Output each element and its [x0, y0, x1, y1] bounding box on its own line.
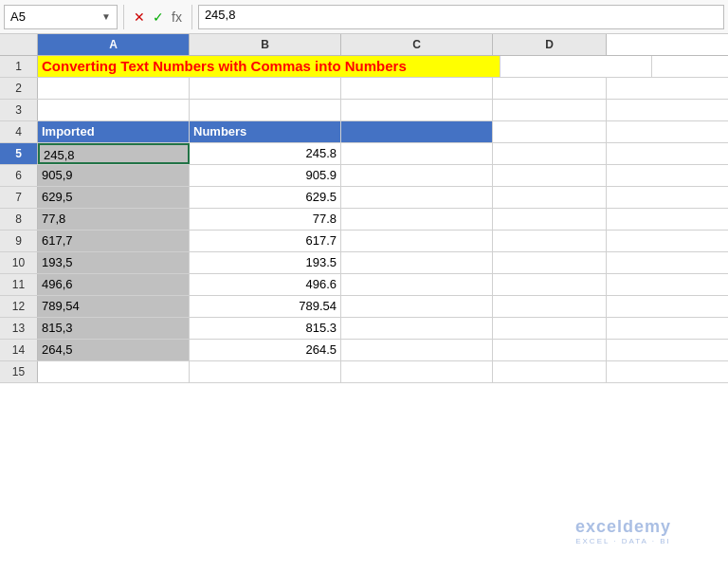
cell[interactable]: 77,8	[38, 209, 190, 230]
row-number[interactable]: 2	[0, 78, 38, 99]
row-number[interactable]: 6	[0, 165, 38, 186]
col-header-b[interactable]: B	[190, 34, 341, 55]
cell[interactable]: 264,5	[38, 340, 190, 360]
cell[interactable]: Numbers	[190, 121, 341, 142]
col-header-d[interactable]: D	[493, 34, 607, 55]
sheet-body: 1Converting Text Numbers with Commas int…	[0, 56, 728, 572]
cell[interactable]	[341, 209, 493, 230]
row-number[interactable]: 3	[0, 100, 38, 120]
row-number[interactable]: 1	[0, 56, 38, 77]
cell[interactable]: 815,3	[38, 318, 190, 339]
cell[interactable]	[190, 78, 341, 99]
formula-bar: A5 ▼ ✕ ✓ fx 245,8	[0, 0, 728, 34]
table-row: 877,877.8	[0, 209, 728, 231]
cell[interactable]: 815.3	[190, 318, 341, 339]
cell[interactable]	[493, 100, 607, 120]
cell[interactable]	[500, 56, 652, 77]
cell-ref-dropdown-icon[interactable]: ▼	[101, 11, 111, 22]
row-number[interactable]: 7	[0, 187, 38, 208]
cell[interactable]	[341, 231, 493, 251]
cell[interactable]: 245.8	[190, 143, 341, 164]
cell[interactable]: 617.7	[190, 231, 341, 251]
formula-input[interactable]: 245,8	[198, 5, 724, 29]
formula-separator-2	[191, 5, 192, 29]
cell-reference-box[interactable]: A5 ▼	[4, 5, 118, 29]
cell[interactable]	[38, 78, 190, 99]
cell[interactable]: 77.8	[190, 209, 341, 230]
spreadsheet: A B C D 1Converting Text Numbers with Co…	[0, 34, 728, 572]
row-number[interactable]: 4	[0, 121, 38, 142]
table-row: 13815,3815.3	[0, 318, 728, 340]
cell[interactable]	[38, 361, 190, 382]
cell[interactable]: 617,7	[38, 231, 190, 251]
row-number[interactable]: 11	[0, 274, 38, 295]
row-number[interactable]: 15	[0, 361, 38, 382]
cell[interactable]: 629,5	[38, 187, 190, 208]
cell[interactable]: 629.5	[190, 187, 341, 208]
col-header-a[interactable]: A	[38, 34, 190, 55]
table-row: 3	[0, 100, 728, 121]
table-row: 10193,5193.5	[0, 252, 728, 274]
cell[interactable]: Converting Text Numbers with Commas into…	[38, 56, 500, 77]
cell[interactable]	[493, 78, 607, 99]
cell[interactable]	[341, 252, 493, 273]
cell[interactable]	[190, 100, 341, 120]
cell[interactable]	[493, 318, 607, 339]
row-number[interactable]: 12	[0, 296, 38, 317]
cell[interactable]	[341, 143, 493, 164]
cell-ref-text: A5	[10, 9, 26, 24]
cell[interactable]	[341, 296, 493, 317]
table-row: 6905,9905.9	[0, 165, 728, 187]
cell[interactable]	[493, 165, 607, 186]
cell[interactable]	[341, 274, 493, 295]
row-number[interactable]: 5	[0, 143, 38, 164]
row-number[interactable]: 14	[0, 340, 38, 360]
cell[interactable]: 193.5	[190, 252, 341, 273]
cell[interactable]	[341, 165, 493, 186]
cell[interactable]	[341, 340, 493, 360]
cell[interactable]	[493, 361, 607, 382]
cell[interactable]: 496.6	[190, 274, 341, 295]
cell[interactable]: 789,54	[38, 296, 190, 317]
cell[interactable]	[341, 187, 493, 208]
cell[interactable]	[38, 100, 190, 120]
cancel-icon[interactable]: ✕	[134, 9, 145, 25]
cell[interactable]: 905.9	[190, 165, 341, 186]
cell[interactable]	[341, 361, 493, 382]
row-number[interactable]: 10	[0, 252, 38, 273]
cell[interactable]	[493, 231, 607, 251]
row-num-header	[0, 34, 38, 55]
cell[interactable]	[493, 143, 607, 164]
cell[interactable]: 789.54	[190, 296, 341, 317]
col-header-c[interactable]: C	[341, 34, 493, 55]
cell[interactable]	[190, 361, 341, 382]
row-number[interactable]: 9	[0, 231, 38, 251]
confirm-icon[interactable]: ✓	[153, 9, 164, 25]
cell[interactable]: 193,5	[38, 252, 190, 273]
cell[interactable]	[341, 318, 493, 339]
cell[interactable]	[493, 296, 607, 317]
cell[interactable]: 245,8	[38, 143, 190, 164]
table-row: 11496,6496.6	[0, 274, 728, 296]
cell[interactable]: 905,9	[38, 165, 190, 186]
cell[interactable]	[652, 56, 728, 77]
table-row: 9617,7617.7	[0, 231, 728, 252]
cell[interactable]	[493, 340, 607, 360]
cell[interactable]	[341, 121, 493, 142]
cell[interactable]	[493, 274, 607, 295]
cell[interactable]: 496,6	[38, 274, 190, 295]
table-row: 1Converting Text Numbers with Commas int…	[0, 56, 728, 78]
cell[interactable]	[493, 121, 607, 142]
table-row: 15	[0, 361, 728, 383]
cell[interactable]	[493, 252, 607, 273]
cell[interactable]	[341, 100, 493, 120]
cell[interactable]: 264.5	[190, 340, 341, 360]
formula-separator-1	[123, 5, 124, 29]
table-row: 5245,8245.8	[0, 143, 728, 165]
cell[interactable]	[341, 78, 493, 99]
row-number[interactable]: 8	[0, 209, 38, 230]
cell[interactable]	[493, 209, 607, 230]
cell[interactable]	[493, 187, 607, 208]
row-number[interactable]: 13	[0, 318, 38, 339]
cell[interactable]: Imported	[38, 121, 190, 142]
